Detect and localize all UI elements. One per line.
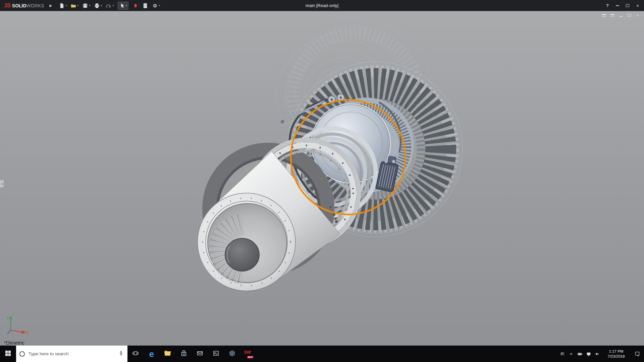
file-explorer-button[interactable] — [160, 346, 176, 362]
doc-cascade-button[interactable] — [609, 13, 615, 18]
doc-minimize-button[interactable] — [618, 13, 624, 18]
new-window-icon — [602, 14, 606, 17]
sw-year-badge: 2017 — [247, 356, 253, 358]
orientation-triad: Y X — [5, 315, 30, 336]
people-button[interactable] — [558, 346, 567, 362]
dropdown-caret-icon[interactable]: ▾ — [112, 4, 114, 7]
menu-flyout-arrow-icon[interactable]: ▶ — [47, 4, 57, 7]
file-properties-icon — [142, 3, 148, 9]
solidworks-logo: 3S SOLID WORKS — [0, 2, 47, 9]
intake-hub — [225, 238, 259, 271]
engine-assembly-model[interactable] — [0, 11, 644, 346]
system-tray: 1:17 PM 7/23/2018 — [558, 346, 644, 362]
taskbar-search[interactable] — [16, 346, 127, 362]
graphics-area[interactable]: × — [0, 11, 644, 346]
volume-icon[interactable] — [593, 346, 602, 362]
taskbar-clock[interactable]: 1:17 PM 7/23/2018 — [602, 349, 631, 359]
doc-restore-icon — [628, 14, 631, 17]
command-prompt-icon — [212, 350, 220, 358]
minimize-button[interactable] — [612, 0, 623, 11]
clock-date: 7/23/2018 — [602, 354, 631, 359]
dropdown-caret-icon[interactable]: ▾ — [126, 4, 127, 7]
cad-cube-icon — [228, 350, 236, 358]
maximize-icon — [626, 4, 629, 7]
view-orientation-label: *Dimetric — [4, 340, 24, 346]
network-icon[interactable] — [584, 346, 593, 362]
dropdown-caret-icon[interactable]: ▾ — [89, 4, 90, 7]
new-document-icon — [59, 3, 65, 9]
action-center-icon — [634, 351, 640, 357]
rebuild-button[interactable] — [131, 2, 140, 10]
edge-button[interactable]: e — [144, 346, 160, 362]
mail-button[interactable] — [192, 346, 208, 362]
windows-logo-icon — [5, 350, 11, 358]
select-cursor-icon — [119, 3, 125, 9]
select-tool-button[interactable]: ▾ — [118, 2, 128, 10]
3ds-logo: 3S — [4, 2, 10, 9]
doc-close-button[interactable]: × — [635, 13, 641, 18]
store-bag-icon — [180, 350, 187, 358]
taskbar: e SW 2017 — [0, 346, 644, 362]
axis-y-label: Y — [6, 316, 9, 320]
rebuild-icon — [132, 3, 139, 9]
window-controls: ? × — [602, 0, 643, 11]
doc-restore-button[interactable] — [626, 13, 632, 18]
gear-icon — [152, 3, 158, 9]
axis-x-label: X — [26, 331, 29, 335]
panel-collapse-tab[interactable]: ◂ — [0, 180, 4, 188]
undo-arrow-icon — [106, 3, 112, 9]
clock-time: 1:17 PM — [602, 349, 631, 354]
options-button[interactable]: ▾ — [151, 2, 161, 10]
hidden-icons-button[interactable] — [567, 346, 576, 362]
help-button[interactable]: ? — [602, 0, 612, 11]
store-button[interactable] — [176, 346, 192, 362]
cortana-icon — [19, 351, 25, 357]
maximize-button[interactable] — [623, 0, 633, 11]
logo-works: WORKS — [26, 3, 44, 8]
start-button[interactable] — [0, 346, 16, 362]
sw-letters: SW — [244, 350, 251, 355]
print-button[interactable]: ▾ — [93, 2, 103, 10]
minimize-icon — [616, 5, 619, 6]
document-title: main [Read-only] — [306, 0, 338, 11]
logo-solid: SOLID — [12, 3, 26, 8]
dropdown-caret-icon[interactable]: ▾ — [101, 4, 102, 7]
dropdown-caret-icon[interactable]: ▾ — [65, 4, 67, 7]
open-folder-icon — [70, 3, 76, 9]
save-floppy-icon — [82, 3, 88, 9]
printer-icon — [94, 3, 100, 9]
save-button[interactable]: ▾ — [81, 2, 92, 10]
cad-app-button[interactable] — [224, 346, 240, 362]
task-view-button[interactable] — [127, 346, 144, 362]
doc-new-window-button[interactable] — [601, 13, 607, 18]
new-document-button[interactable]: ▾ — [57, 2, 68, 10]
action-center-button[interactable] — [631, 346, 644, 362]
dropdown-caret-icon[interactable]: ▾ — [77, 4, 78, 7]
command-prompt-button[interactable] — [208, 346, 224, 362]
cascade-icon — [611, 14, 614, 17]
search-input[interactable] — [28, 351, 115, 357]
battery-icon[interactable] — [576, 346, 584, 362]
edge-icon: e — [149, 350, 154, 358]
solidworks-2017-icon: SW 2017 — [244, 350, 253, 358]
close-button[interactable]: × — [633, 0, 643, 11]
file-explorer-icon — [164, 349, 172, 359]
doc-minimize-icon — [620, 16, 623, 17]
front-face[interactable] — [198, 193, 296, 291]
solidworks-app-button[interactable]: SW 2017 — [240, 346, 256, 362]
task-view-icon — [132, 350, 139, 358]
mail-envelope-icon — [196, 350, 204, 358]
file-properties-button[interactable] — [141, 2, 150, 10]
undo-button[interactable]: ▾ — [104, 2, 115, 10]
microphone-icon[interactable] — [118, 350, 124, 358]
titlebar: 3S SOLID WORKS ▶ ▾ ▾ ▾ ▾ — [0, 0, 644, 11]
dropdown-caret-icon[interactable]: ▾ — [159, 4, 160, 7]
open-button[interactable]: ▾ — [69, 2, 80, 10]
document-window-controls: × — [601, 13, 641, 18]
quick-access-toolbar: ▾ ▾ ▾ ▾ ▾ — [57, 2, 161, 10]
